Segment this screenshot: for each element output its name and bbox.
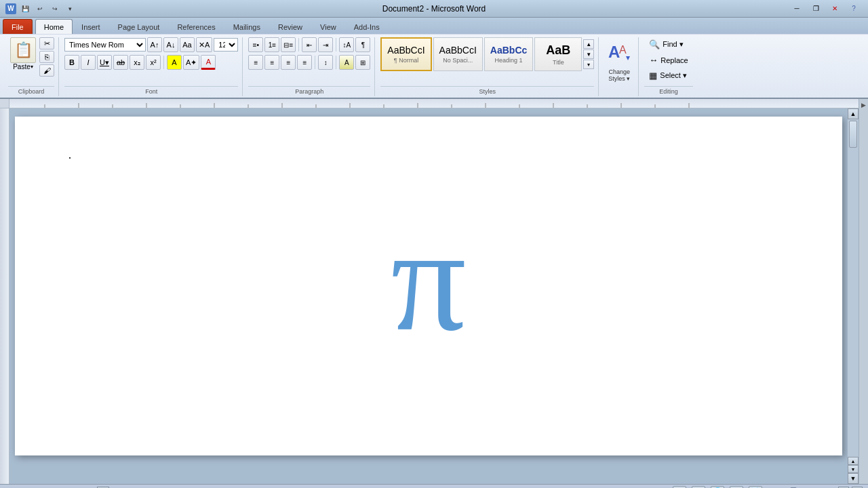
qa-dropdown-btn[interactable]: ▾ (64, 3, 76, 15)
restore-btn[interactable]: ❐ (807, 3, 825, 15)
minimize-btn[interactable]: ─ (788, 3, 806, 15)
tab-addins[interactable]: Add-Ins (345, 19, 389, 34)
para-row1: ≡• 1≡ ⊟≡ ⇤ ⇥ ↕A ¶ (248, 37, 370, 52)
para-sep3 (315, 56, 315, 69)
text-highlight-btn[interactable]: A (167, 55, 182, 70)
select-icon: ▦ (649, 70, 657, 81)
web-layout-btn[interactable]: 🌐 (711, 486, 724, 489)
find-icon: 🔍 (649, 39, 660, 49)
replace-btn[interactable]: ↔ Replace (644, 53, 692, 67)
tab-home[interactable]: Home (35, 19, 73, 34)
tab-pagelayout[interactable]: Page Layout (109, 19, 169, 34)
underline-btn[interactable]: U▾ (97, 55, 112, 70)
strikethrough-btn[interactable]: ab (113, 55, 128, 70)
style-title[interactable]: AaB Title (534, 37, 582, 71)
tab-file[interactable]: File (3, 19, 33, 34)
shading-btn[interactable]: A (339, 55, 354, 70)
font-size-select[interactable]: 12 (214, 38, 238, 52)
align-left-btn[interactable]: ≡ (248, 55, 263, 70)
font-group: Times New Rom A↑ A↓ Aa ✕A 12 B I U▾ ab x… (60, 37, 243, 96)
align-center-btn[interactable]: ≡ (264, 55, 279, 70)
scroll-down-btn[interactable]: ▼ (848, 473, 859, 484)
superscript-btn[interactable]: x² (146, 55, 161, 70)
draft-btn[interactable]: 📄 (749, 486, 762, 489)
right-panel-toggle[interactable]: ▶ (861, 102, 866, 108)
styles-scroll-up[interactable]: ▲ (583, 39, 594, 49)
paste-btn[interactable]: 📋 Paste▾ (8, 37, 38, 70)
subscript-btn[interactable]: x₂ (130, 55, 144, 70)
doc-area: π ▲ ▲ ▼ ▼ (0, 99, 859, 484)
ruler-row (0, 99, 859, 108)
print-layout-btn[interactable]: ▣ (673, 486, 686, 489)
italic-btn[interactable]: I (81, 55, 96, 70)
ruler-corner (0, 99, 9, 108)
scroll-page-up-btn[interactable]: ▲ (848, 457, 859, 465)
tab-review[interactable]: Review (269, 19, 311, 34)
ribbon-content: 📋 Paste▾ ✂ ⎘ 🖌 Clipboard Times New Rom (0, 34, 868, 98)
cut-btn[interactable]: ✂ (39, 37, 54, 49)
style-no-spacing[interactable]: AaBbCcI No Spaci... (433, 37, 483, 71)
bullets-btn[interactable]: ≡• (248, 37, 263, 52)
numbering-btn[interactable]: 1≡ (264, 37, 279, 52)
clear-format-btn[interactable]: ✕A (196, 37, 212, 52)
decrease-indent-btn[interactable]: ⇤ (302, 37, 317, 52)
line-spacing-btn[interactable]: ↕ (318, 55, 333, 70)
styles-gallery: AaBbCcI ¶ Normal AaBbCcI No Spaci... AaB… (380, 37, 594, 71)
tab-insert[interactable]: Insert (73, 19, 109, 34)
scroll-thumb[interactable] (849, 121, 857, 148)
font-label: Font (64, 86, 238, 96)
font-color-btn[interactable]: A (201, 55, 216, 70)
format-painter-btn[interactable]: 🖌 (39, 64, 54, 77)
save-quick-btn[interactable]: 💾 (19, 3, 31, 15)
change-styles-btn[interactable]: A A ChangeStyles ▾ (604, 37, 634, 85)
paste-label[interactable]: Paste▾ (13, 63, 33, 70)
grow-font-btn[interactable]: A↑ (147, 37, 162, 52)
doc-scroll-area[interactable]: π (9, 108, 848, 484)
increase-indent-btn[interactable]: ⇥ (318, 37, 333, 52)
status-bar: Page: 1 of 1 Words: 0 📖 ▣ ⊞ 🌐 ≡ 📄 100% +… (0, 484, 868, 488)
style-heading1[interactable]: AaBbCc Heading 1 (484, 37, 533, 71)
sort-btn[interactable]: ↕A (339, 37, 354, 52)
show-formatting-btn[interactable]: ¶ (355, 37, 370, 52)
scroll-up-btn[interactable]: ▲ (848, 108, 859, 119)
undo-quick-btn[interactable]: ↩ (34, 3, 46, 15)
para-sep1 (298, 38, 299, 52)
style-normal-preview: AaBbCcI (387, 45, 425, 56)
paragraph-group: ≡• 1≡ ⊟≡ ⇤ ⇥ ↕A ¶ ≡ ≡ ≡ ≡ ↕ (244, 37, 375, 96)
replace-label: Replace (660, 56, 688, 64)
tab-view[interactable]: View (311, 19, 345, 34)
change-case-btn[interactable]: Aa (180, 37, 195, 52)
redo-quick-btn[interactable]: ↪ (49, 3, 61, 15)
bold-btn[interactable]: B (64, 55, 79, 70)
select-btn[interactable]: ▦ Select ▾ (644, 68, 692, 83)
tab-mailings[interactable]: Mailings (224, 19, 269, 34)
clipboard-label: Clipboard (8, 86, 54, 96)
shrink-font-btn[interactable]: A↓ (163, 37, 178, 52)
editing-label: Editing (644, 86, 692, 96)
svg-text:A: A (619, 44, 627, 56)
styles-more[interactable]: ▾ (583, 60, 594, 69)
justify-btn[interactable]: ≡ (297, 55, 312, 70)
style-normal[interactable]: AaBbCcI ¶ Normal (380, 37, 431, 71)
find-btn[interactable]: 🔍 Find ▾ (644, 37, 688, 52)
multilevel-btn[interactable]: ⊟≡ (281, 37, 296, 52)
copy-btn[interactable]: ⎘ (39, 51, 54, 63)
tab-references[interactable]: References (168, 19, 224, 34)
align-right-btn[interactable]: ≡ (281, 55, 296, 70)
app-icon: W (5, 3, 16, 14)
styles-scroll-down[interactable]: ▼ (583, 49, 594, 59)
borders-btn[interactable]: ⊞ (355, 55, 370, 70)
change-styles-content: A A ChangeStyles ▾ (604, 37, 634, 85)
font-name-select[interactable]: Times New Rom (64, 38, 146, 52)
find-label: Find ▾ (663, 40, 683, 49)
ruler-svg (11, 99, 857, 108)
full-screen-btn[interactable]: ⊞ (692, 486, 705, 489)
scroll-track[interactable] (848, 119, 859, 457)
outline-btn[interactable]: ≡ (730, 486, 743, 489)
text-effects-btn[interactable]: A✦ (183, 55, 199, 70)
vertical-scrollbar: ▲ ▲ ▼ ▼ (848, 108, 859, 484)
help-btn[interactable]: ? (845, 3, 863, 15)
svg-rect-2 (11, 99, 857, 108)
scroll-page-down-btn[interactable]: ▼ (848, 465, 859, 473)
close-btn[interactable]: ✕ (826, 3, 844, 15)
